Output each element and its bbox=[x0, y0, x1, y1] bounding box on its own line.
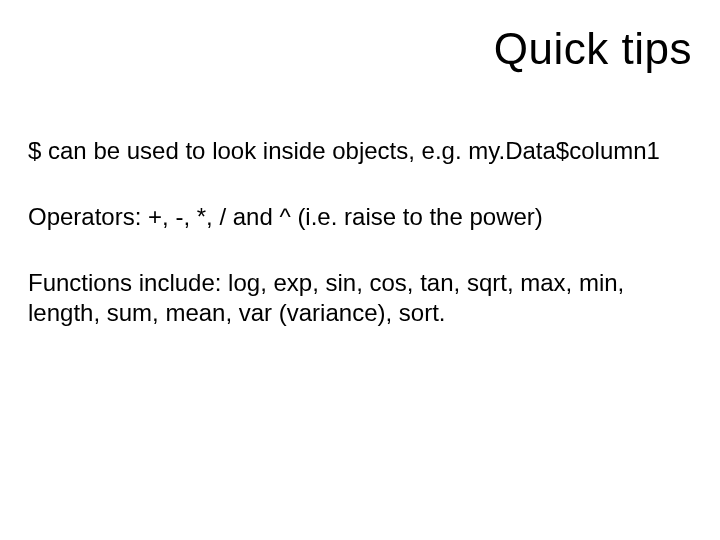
paragraph-operators: Operators: +, -, *, / and ^ (i.e. raise … bbox=[28, 202, 692, 232]
paragraph-functions: Functions include: log, exp, sin, cos, t… bbox=[28, 268, 692, 328]
paragraph-dollar: $ can be used to look inside objects, e.… bbox=[28, 136, 692, 166]
slide-title: Quick tips bbox=[28, 24, 692, 74]
